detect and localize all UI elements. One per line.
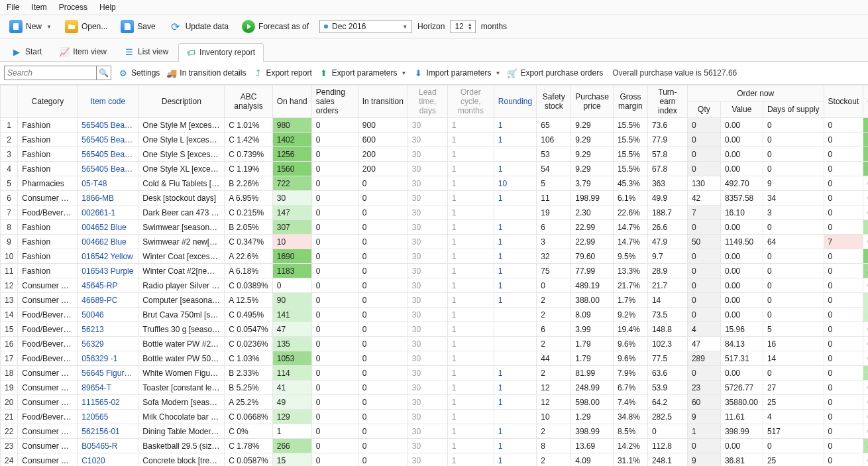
cell[interactable]: 363 — [647, 176, 687, 191]
cell[interactable]: 188.7 — [647, 205, 687, 220]
cell[interactable]: Sofa Modern [season... — [138, 395, 225, 410]
cell[interactable]: 53.9 — [647, 380, 687, 395]
cell[interactable]: 9.29 — [571, 162, 614, 176]
cell[interactable]: 0 — [863, 322, 868, 337]
cell[interactable]: 1053 — [272, 351, 311, 366]
item-code-link[interactable]: 05-T48 — [81, 179, 107, 188]
item-code-link[interactable]: 56213 — [81, 325, 103, 334]
tab-inventory-report[interactable]: 🏷Inventory report — [178, 43, 264, 62]
cell[interactable]: 19 — [1, 380, 18, 395]
cell[interactable]: 0.00 — [720, 118, 763, 133]
cell[interactable]: Consumer go... — [18, 453, 78, 467]
cell[interactable]: Fashion — [18, 249, 78, 264]
cell[interactable]: 75 — [537, 264, 571, 278]
cell[interactable]: 16 — [1, 337, 18, 351]
cell[interactable]: Bottle water PW #2 n... — [138, 337, 225, 351]
cell[interactable]: B 2.26% — [225, 176, 272, 191]
cell[interactable]: 0 — [863, 410, 868, 424]
cell[interactable]: 1690 — [272, 249, 311, 264]
cell[interactable]: 45645-RP — [78, 278, 138, 293]
cell[interactable]: 1 — [494, 264, 536, 278]
cell[interactable]: 148.8 — [647, 322, 687, 337]
item-code-link[interactable]: 016542 Yellow — [81, 252, 133, 261]
cell[interactable]: 14.7% — [613, 220, 647, 235]
cell[interactable]: 0 — [687, 278, 720, 293]
table-row[interactable]: 19Consumer go...89654-TToaster [constant… — [1, 380, 869, 395]
cell[interactable]: 14 — [647, 293, 687, 308]
cell[interactable]: 1 — [272, 424, 311, 439]
cell[interactable]: 77.99 — [571, 264, 614, 278]
cell[interactable]: 980 — [272, 118, 311, 133]
cell[interactable]: 1 — [494, 380, 536, 395]
cell[interactable]: 56213 — [78, 322, 138, 337]
cell[interactable]: 77.9 — [647, 133, 687, 147]
cell[interactable]: 30 — [407, 322, 447, 337]
cell[interactable]: 7 — [687, 205, 720, 220]
item-code-link[interactable]: 1866-MB — [81, 194, 114, 203]
item-code-link[interactable]: 50046 — [81, 310, 103, 320]
cell[interactable]: Truffles 30 g [season... — [138, 322, 225, 337]
cell[interactable]: 1 — [447, 191, 494, 205]
cell[interactable]: Fashion — [18, 147, 78, 162]
cell[interactable]: 16.10 — [720, 205, 763, 220]
cell[interactable]: 266 — [272, 439, 311, 453]
cell[interactable]: 56 — [863, 366, 868, 380]
cell[interactable]: 0 — [824, 410, 863, 424]
cell[interactable]: 47 — [272, 322, 311, 337]
cell[interactable]: 0 — [824, 118, 863, 133]
cell[interactable]: Food/Beverag... — [18, 337, 78, 351]
cell[interactable]: 0 — [537, 278, 571, 293]
cell[interactable]: 18 — [1, 366, 18, 380]
cell[interactable]: 17 — [1, 351, 18, 366]
cell[interactable]: 1183 — [272, 264, 311, 278]
cell[interactable]: 0 — [311, 395, 358, 410]
cell[interactable]: 1.29 — [571, 410, 614, 424]
cell[interactable]: 0.00 — [720, 220, 763, 235]
cell[interactable] — [494, 147, 536, 162]
col-description[interactable]: Description — [138, 86, 225, 118]
cell[interactable]: 0 — [358, 308, 407, 322]
cell[interactable]: 0 — [824, 337, 863, 351]
cell[interactable]: 3.79 — [571, 176, 614, 191]
cell[interactable]: 34.8% — [613, 410, 647, 424]
cell[interactable]: 3 — [763, 205, 824, 220]
cell[interactable]: 0 — [687, 162, 720, 176]
cell[interactable]: 19 — [863, 293, 868, 308]
cell[interactable]: 12 — [537, 395, 571, 410]
item-code-link[interactable]: 111565-02 — [81, 398, 119, 407]
col-turn[interactable]: Turn-earn index — [647, 86, 687, 118]
save-button[interactable]: Save — [115, 18, 160, 35]
cell[interactable]: 248.99 — [571, 380, 614, 395]
cell[interactable]: Fashion — [18, 162, 78, 176]
cell[interactable]: 65 — [537, 118, 571, 133]
menu-item[interactable]: Item — [31, 3, 46, 12]
cell[interactable]: 16 — [763, 337, 824, 351]
cell[interactable]: 0 — [311, 424, 358, 439]
cell[interactable]: 1 — [687, 424, 720, 439]
cell[interactable]: 0 — [824, 424, 863, 439]
cell[interactable]: 0 — [763, 308, 824, 322]
cell[interactable]: 30 — [407, 308, 447, 322]
cell[interactable]: 7 — [1, 205, 18, 220]
cell[interactable]: 0 — [311, 235, 358, 249]
cell[interactable]: 30 — [407, 337, 447, 351]
cell[interactable]: Winter Coat [excessiv... — [138, 249, 225, 264]
cell[interactable]: C 0.215% — [225, 205, 272, 220]
cell[interactable]: 0 — [824, 293, 863, 308]
cell[interactable]: A 6.95% — [225, 191, 272, 205]
cell[interactable]: 1256 — [272, 147, 311, 162]
col-onhand[interactable]: On hand — [272, 86, 311, 118]
cell[interactable]: 1 — [494, 278, 536, 293]
cell[interactable]: 0 — [763, 439, 824, 453]
cell[interactable]: 5726.77 — [720, 380, 763, 395]
cell[interactable]: 004652 Blue — [78, 220, 138, 235]
cell[interactable]: 0 — [687, 439, 720, 453]
cell[interactable]: 9 — [687, 453, 720, 467]
cell[interactable]: 12 — [537, 380, 571, 395]
cell[interactable]: 0.00 — [720, 147, 763, 162]
search-button[interactable]: 🔍 — [97, 66, 111, 80]
cell[interactable]: 30 — [407, 395, 447, 410]
cell[interactable]: 24 — [1, 453, 18, 467]
cell[interactable]: 2 — [537, 337, 571, 351]
col-price[interactable]: Purchase price — [571, 86, 614, 118]
